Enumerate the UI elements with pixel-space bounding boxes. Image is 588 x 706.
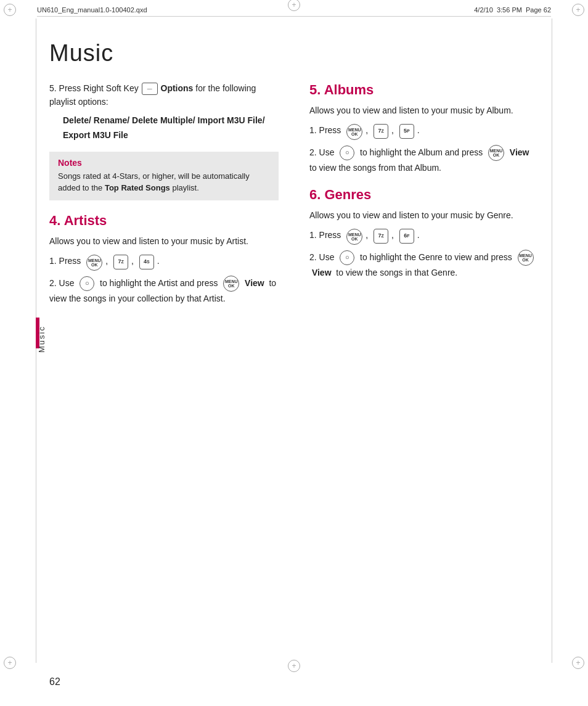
step2-label: 2. Use — [49, 277, 76, 287]
reg-mark-bl — [4, 657, 16, 669]
menu-ok-icon-1: MENUOK — [86, 255, 102, 271]
menu-ok-icon-6: MENUOK — [518, 250, 534, 266]
reg-mark-tl — [4, 4, 16, 16]
comma3: , — [365, 124, 370, 138]
menu-ok-icon-4: MENUOK — [488, 145, 504, 161]
step1-label: 1. Press — [49, 255, 83, 268]
key-7z-icon-3: 7Z — [374, 229, 388, 244]
side-label: Music — [37, 326, 46, 353]
section5-heading: 5. Albums — [309, 82, 539, 98]
header-date-time: 4/2/10 3:56 PM Page 62 — [474, 6, 551, 14]
comma5: , — [365, 229, 370, 242]
reg-mark-br — [572, 657, 584, 669]
key-5p-icon: 5P — [399, 124, 414, 139]
step5-options: Delete/ Rename/ Delete Multiple/ Import … — [49, 113, 279, 143]
step2-view: View — [242, 277, 266, 287]
nav-icon-3: ○ — [340, 250, 354, 265]
step2-label-5: 2. Use — [309, 147, 337, 157]
section-albums: 5. Albums Allows you to view and listen … — [309, 82, 539, 174]
nav-icon-2: ○ — [340, 146, 354, 160]
reg-mark-tr — [572, 4, 584, 16]
trim-line-right — [552, 18, 552, 663]
reg-mark-bottom-center — [288, 660, 300, 672]
step2-label-6: 2. Use — [309, 252, 337, 261]
step2-view-6: View — [309, 268, 333, 277]
section4-step1: 1. Press MENUOK , 7Z , 4S . — [49, 255, 279, 271]
step2-middle-6: to highlight the Genre to view and press — [357, 252, 514, 261]
step1-label-6: 1. Press — [309, 229, 343, 242]
page-title: Music — [49, 40, 539, 67]
section5-desc: Allows you to view and listen to your mu… — [309, 104, 539, 118]
left-column: 5. Press Right Soft Key — Options for th… — [49, 82, 285, 310]
menu-ok-icon-5: MENUOK — [346, 229, 362, 245]
period1: . — [157, 255, 160, 268]
section-artists: 4. Artists Allows you to view and listen… — [49, 213, 279, 305]
menu-ok-icon-3: MENUOK — [346, 124, 362, 140]
section6-desc: Allows you to view and listen to your mu… — [309, 209, 539, 223]
notes-body: Songs rated at 4-Stars, or higher, will … — [58, 170, 270, 194]
options-bold: Options — [161, 83, 194, 93]
header-bar: UN610_Eng_manual1.0-100402.qxd 4/2/10 3:… — [37, 6, 551, 17]
key-7z-icon-2: 7Z — [374, 124, 388, 139]
period2: . — [417, 124, 420, 138]
section6-step1: 1. Press MENUOK , 7Z , 6F . — [309, 229, 539, 245]
key-6f-icon: 6F — [399, 229, 414, 244]
step1-label-5: 1. Press — [309, 124, 343, 138]
step5-intro: 5. Press Right Soft Key — Options for th… — [49, 82, 279, 109]
section5-step2: 2. Use ○ to highlight the Album and pres… — [309, 145, 539, 174]
header-filename: UN610_Eng_manual1.0-100402.qxd — [37, 6, 147, 14]
section6-step2: 2. Use ○ to highlight the Genre to view … — [309, 250, 539, 279]
right-column: 5. Albums Allows you to view and listen … — [303, 82, 539, 310]
two-column-layout: 5. Press Right Soft Key — Options for th… — [49, 82, 539, 310]
section4-step2: 2. Use ○ to highlight the Artist and pre… — [49, 276, 279, 305]
notes-title: Notes — [58, 158, 270, 168]
notes-box: Notes Songs rated at 4-Stars, or higher,… — [49, 152, 279, 200]
menu-ok-icon-2: MENUOK — [223, 276, 239, 292]
period3: . — [417, 229, 420, 242]
comma2: , — [131, 255, 136, 268]
comma1: , — [105, 255, 110, 268]
right-soft-key-icon: — — [142, 83, 158, 95]
step2-middle-5: to highlight the Album and press — [357, 147, 485, 157]
step2-middle: to highlight the Artist and press — [97, 277, 220, 287]
section-genres: 6. Genres Allows you to view and listen … — [309, 187, 539, 279]
section4-desc: Allows you to view and listen to your mu… — [49, 235, 279, 248]
step2-suffix-5: to view the songs from that Album. — [309, 163, 441, 173]
key-4s-icon: 4S — [139, 255, 154, 269]
page-number: 62 — [49, 676, 60, 688]
section6-heading: 6. Genres — [309, 187, 539, 203]
nav-icon-1: ○ — [80, 276, 94, 291]
section4-heading: 4. Artists — [49, 213, 279, 229]
key-7z-icon-1: 7Z — [113, 255, 128, 269]
page-content: Music 5. Press Right Soft Key — Options … — [49, 34, 539, 657]
comma4: , — [391, 124, 396, 138]
step2-suffix-6: to view the songs in that Genre. — [336, 268, 457, 277]
step2-view-5: View — [507, 147, 531, 157]
comma6: , — [391, 229, 396, 242]
section5-step1: 1. Press MENUOK , 7Z , 5P . — [309, 124, 539, 140]
